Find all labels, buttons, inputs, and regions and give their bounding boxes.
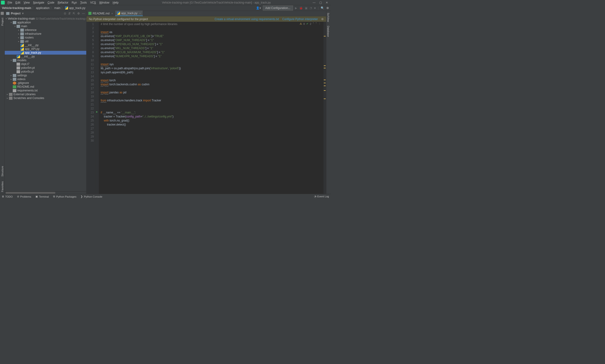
tree-item[interactable]: ▾models <box>5 58 86 62</box>
tree-toggle-icon[interactable]: ▾ <box>13 25 16 27</box>
tree-item[interactable]: yolov5s.pt <box>5 70 86 74</box>
create-venv-link[interactable]: Create a virtual environment using requi… <box>215 17 279 21</box>
add-configuration-button[interactable]: Add Configuration... <box>263 5 293 11</box>
project-tree[interactable]: ▾Vehicle-tracking-mainG:\TestCode\Vehicl… <box>5 16 86 192</box>
tree-toggle-icon[interactable]: ▸ <box>17 40 20 42</box>
menu-navigate[interactable]: Navigate <box>32 0 46 5</box>
gear-icon[interactable]: ⚙ <box>321 17 324 21</box>
tree-item[interactable]: ▾Vehicle-tracking-mainG:\TestCode\Vehicl… <box>5 17 86 21</box>
tree-item[interactable]: ▸infrastructure <box>5 32 86 36</box>
menu-vcs[interactable]: VCS <box>89 0 97 5</box>
more-icon[interactable]: ⋮ <box>318 22 321 25</box>
warning-text: No Python interpreter configured for the… <box>89 17 148 21</box>
menu-file[interactable]: File <box>6 0 13 5</box>
error-stripe[interactable] <box>323 22 326 194</box>
hide-icon[interactable]: — <box>82 12 85 15</box>
tree-item[interactable]: app_API.py <box>5 47 86 51</box>
menu-run[interactable]: Run <box>70 0 78 5</box>
favorites-tool-button[interactable]: Favorites <box>1 179 4 194</box>
settings-icon[interactable]: ⚙ <box>77 12 80 15</box>
configure-interpreter-link[interactable]: Configure Python interpreter <box>282 17 318 21</box>
coverage-button[interactable]: ▣ <box>305 6 308 10</box>
tree-item[interactable]: ▸Scratches and Consoles <box>5 96 86 100</box>
locate-icon[interactable]: ⊙ <box>64 12 66 15</box>
menu-edit[interactable]: Edit <box>14 0 22 5</box>
tree-item[interactable]: yolov5m.pt <box>5 66 86 70</box>
database-tool-button[interactable]: Database <box>326 24 330 39</box>
user-icon[interactable]: 👤▾ <box>256 6 261 10</box>
close-tab-icon[interactable]: × <box>140 12 141 15</box>
tree-toggle-icon[interactable]: ▸ <box>17 29 20 31</box>
tree-item[interactable]: __init__.py <box>5 43 86 47</box>
breadcrumb-item[interactable]: Vehicle-tracking-main <box>2 6 31 10</box>
tree-item-label: settings <box>17 74 27 77</box>
menu-view[interactable]: View <box>22 0 31 5</box>
expand-icon[interactable]: ⇵ <box>68 12 71 15</box>
python-packages-tool-button[interactable]: ⧉ Python Packages <box>53 195 77 198</box>
menu-help[interactable]: Help <box>111 0 120 5</box>
tree-toggle-icon[interactable]: ▾ <box>10 59 13 62</box>
tree-item[interactable]: app_track.py <box>5 51 86 55</box>
tree-item[interactable]: ckpt.t7 <box>5 62 86 66</box>
line-gutter[interactable]: 1234567891011121314151617181920212223242… <box>87 22 96 194</box>
tree-toggle-icon[interactable]: ▸ <box>10 78 13 80</box>
sciview-tool-button[interactable]: SciView <box>326 11 330 24</box>
tree-item[interactable]: README.md <box>5 85 86 89</box>
tree-toggle-icon[interactable]: ▸ <box>6 93 9 95</box>
tree-toggle-icon[interactable]: ▸ <box>6 97 9 99</box>
stop-button[interactable]: ■ <box>314 6 316 10</box>
minimize-button[interactable]: — <box>313 1 316 4</box>
debug-button[interactable]: 🐞 <box>299 6 303 10</box>
breadcrumb-item[interactable]: main <box>54 6 60 10</box>
profile-button[interactable]: ◔ <box>309 6 312 10</box>
dropdown-icon[interactable]: ▼ <box>22 12 24 15</box>
event-log-button[interactable]: ◔ Event Log <box>314 195 329 198</box>
up-icon[interactable]: ˄ <box>313 22 314 25</box>
menu-refactor[interactable]: Refactor <box>56 0 70 5</box>
tree-item[interactable]: ▾application <box>5 21 86 24</box>
horizontal-scrollbar[interactable] <box>5 192 86 194</box>
project-panel-title[interactable]: Project <box>11 12 21 15</box>
maximize-button[interactable]: ▢ <box>319 1 322 4</box>
tree-item[interactable]: ▸videos <box>5 77 86 81</box>
tree-item[interactable]: .gitignore <box>5 81 86 85</box>
code-editor[interactable]: # limit the number of cpus used by high … <box>99 22 323 194</box>
tree-item[interactable]: ▸inference <box>5 28 86 32</box>
editor-tab[interactable]: app_track.py× <box>115 11 143 16</box>
tree-toggle-icon[interactable]: ▸ <box>17 33 20 35</box>
close-button[interactable]: ✕ <box>326 1 328 4</box>
search-button[interactable]: 🔍 <box>321 6 324 10</box>
tree-toggle-icon[interactable]: ▾ <box>10 21 13 24</box>
tree-toggle-icon[interactable]: ▾ <box>6 17 7 20</box>
structure-tool-button[interactable]: Structure <box>1 164 4 179</box>
down-icon[interactable]: ˅ <box>316 22 317 25</box>
menu-window[interactable]: Window <box>98 0 111 5</box>
tree-toggle-icon[interactable]: ▸ <box>17 36 20 39</box>
menu-tools[interactable]: Tools <box>79 0 88 5</box>
tree-toggle-icon[interactable]: ▸ <box>10 74 13 77</box>
project-tool-icon[interactable] <box>1 12 4 15</box>
tree-item[interactable]: ▸External Libraries <box>5 92 86 96</box>
python-console-tool-button[interactable]: ❯ Python Console <box>81 195 102 198</box>
todo-tool-button[interactable]: ≣ TODO <box>2 195 13 198</box>
project-tool-button[interactable]: Project <box>1 16 4 28</box>
tree-item[interactable]: ▸routers <box>5 36 86 39</box>
collapse-icon[interactable]: ⇱ <box>73 12 75 15</box>
tree-item[interactable]: ▸util <box>5 39 86 43</box>
tree-item[interactable]: requirements.txt <box>5 89 86 92</box>
run-gutter-icon[interactable]: ▶ <box>96 111 98 113</box>
settings-button[interactable]: ⚙ <box>326 6 329 10</box>
breadcrumb-item[interactable]: app_track.py <box>69 6 85 10</box>
inspection-widget[interactable]: ⚠8 ✔2 ˄ ˅ ⋮ <box>300 22 321 25</box>
run-button[interactable]: ▶ <box>295 6 297 10</box>
tree-item[interactable]: ▾main <box>5 24 86 28</box>
problems-tool-button[interactable]: ⊘ Problems <box>17 195 31 198</box>
terminal-tool-button[interactable]: ▣ Terminal <box>36 195 49 198</box>
menu-code[interactable]: Code <box>46 0 56 5</box>
close-tab-icon[interactable]: × <box>111 12 113 15</box>
breadcrumb-sep: 〉 <box>61 6 64 10</box>
breadcrumb-item[interactable]: application <box>36 6 49 10</box>
tree-item[interactable]: ▸settings <box>5 74 86 77</box>
editor-tab[interactable]: README.md× <box>87 11 115 16</box>
tree-item[interactable]: __init__.py <box>5 55 86 58</box>
